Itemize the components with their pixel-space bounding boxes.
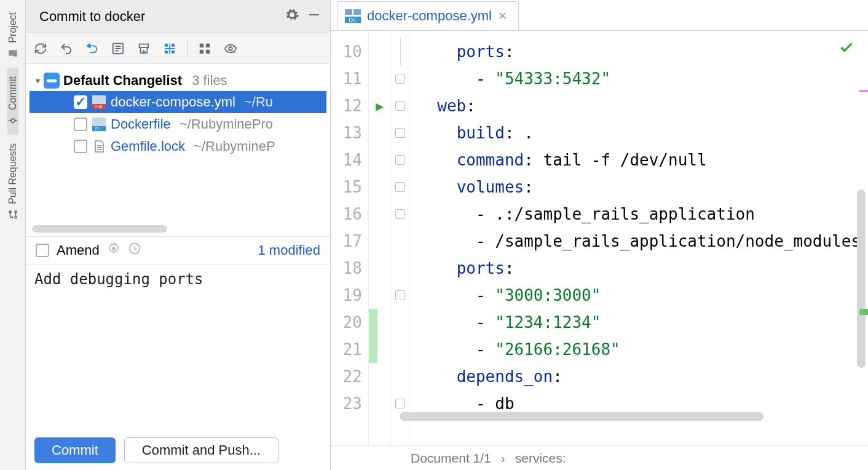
code-line[interactable]: volumes: <box>418 173 868 201</box>
fold-cell[interactable] <box>391 228 409 255</box>
fold-cell[interactable] <box>391 92 409 119</box>
fold-handle-icon[interactable] <box>395 74 405 84</box>
line-number: 21 <box>331 336 368 363</box>
minimize-icon[interactable] <box>307 7 322 26</box>
fold-cell[interactable] <box>391 173 409 201</box>
commit-message-input[interactable] <box>34 271 322 424</box>
tool-tab-project[interactable]: Project <box>7 4 18 68</box>
inspection-ok-icon[interactable] <box>838 39 854 59</box>
fold-handle-icon[interactable] <box>395 209 405 219</box>
code-line[interactable]: - "26166:26168" <box>418 336 868 363</box>
code-line[interactable]: command: tail -f /dev/null <box>418 146 868 173</box>
changelist-checkbox-indeterminate[interactable] <box>44 73 60 89</box>
folder-icon <box>7 48 18 59</box>
refresh-icon[interactable] <box>32 40 49 57</box>
code-line[interactable]: - "3000:3000" <box>418 282 868 309</box>
fold-cell[interactable] <box>391 282 409 309</box>
run-icon[interactable]: ▶ <box>376 98 384 114</box>
fold-handle-icon[interactable] <box>395 128 405 138</box>
run-gutter[interactable]: ▶ <box>369 31 391 445</box>
gutter-cell[interactable] <box>369 146 390 173</box>
fold-handle-icon[interactable] <box>395 182 405 192</box>
fold-cell[interactable] <box>391 417 409 444</box>
fold-cell[interactable] <box>391 119 409 146</box>
changelist-icon[interactable] <box>161 40 178 57</box>
vertical-scrollbar[interactable] <box>857 189 866 368</box>
fold-cell[interactable] <box>391 255 409 282</box>
gutter-cell[interactable] <box>369 282 390 309</box>
file-checkbox[interactable]: ✓ <box>74 95 87 109</box>
gutter-cell[interactable] <box>369 363 390 390</box>
code-line[interactable]: - .:/sample_rails_application <box>418 201 868 228</box>
group-by-icon[interactable] <box>196 40 213 57</box>
tool-tab-label: Pull Requests <box>7 143 18 204</box>
file-checkbox[interactable] <box>74 118 87 131</box>
breadcrumb-bar[interactable]: Document 1/1 › services: <box>331 445 868 470</box>
fold-cell[interactable] <box>391 65 409 92</box>
svg-point-6 <box>172 44 175 46</box>
code-editor[interactable]: 1011121314151617181920212223 ▶ ports: - … <box>331 31 868 445</box>
view-options-icon[interactable] <box>222 40 239 57</box>
code-line[interactable]: depends_on: <box>418 363 868 390</box>
code-line[interactable]: - "54333:5432" <box>418 65 868 92</box>
shelf-icon[interactable] <box>135 40 152 57</box>
fold-handle-icon[interactable] <box>395 290 405 300</box>
code-line[interactable]: ports: <box>418 38 868 65</box>
gutter-cell[interactable] <box>369 228 390 255</box>
change-file-row[interactable]: Gemfile.lock~/RubymineP <box>30 135 326 157</box>
change-file-row[interactable]: ✓YMLdocker-compose.yml~/Ru <box>30 91 326 113</box>
gutter-cell[interactable] <box>369 65 390 92</box>
commit-message-area <box>26 265 330 431</box>
fold-cell[interactable] <box>391 201 409 228</box>
fold-handle-icon[interactable] <box>395 155 405 165</box>
history-icon[interactable] <box>128 242 141 259</box>
gutter-cell[interactable] <box>369 38 390 65</box>
fold-cell[interactable] <box>391 363 409 390</box>
gear-icon[interactable] <box>107 242 120 259</box>
gutter-cell[interactable] <box>369 255 390 282</box>
fold-cell[interactable] <box>391 336 409 363</box>
gutter-cell[interactable] <box>369 390 390 417</box>
gear-icon[interactable] <box>285 7 299 26</box>
gutter-cell[interactable] <box>369 119 390 146</box>
error-stripe-marker[interactable] <box>859 309 868 315</box>
diff-icon[interactable] <box>109 40 127 57</box>
breadcrumb-item[interactable]: Document 1/1 <box>411 451 491 466</box>
horizontal-scrollbar[interactable] <box>32 225 167 233</box>
changes-tree[interactable]: ▾ Default Changelist 3 files ✓YMLdocker-… <box>26 64 330 236</box>
change-file-row[interactable]: DDockerfile~/RubyminePro <box>30 113 326 135</box>
fold-handle-icon[interactable] <box>395 399 405 408</box>
svg-rect-18 <box>92 126 106 131</box>
code-line[interactable]: build: . <box>418 119 868 146</box>
changelist-node[interactable]: ▾ Default Changelist 3 files <box>30 70 326 91</box>
code-line[interactable]: web: <box>418 92 868 119</box>
gutter-cell[interactable]: ▶ <box>369 92 390 119</box>
tool-tab-commit[interactable]: Commit <box>7 68 18 135</box>
error-stripe-marker[interactable] <box>859 90 868 92</box>
code-line[interactable]: - "1234:1234" <box>418 309 868 336</box>
amend-checkbox[interactable] <box>36 244 49 257</box>
editor-tab[interactable]: DC docker-compose.yml ✕ <box>337 1 519 30</box>
horizontal-scrollbar[interactable] <box>400 412 763 421</box>
code-content[interactable]: ports: - "54333:5432" web: build: . comm… <box>409 31 868 445</box>
commit-button[interactable]: Commit <box>34 437 116 463</box>
commit-and-push-button[interactable]: Commit and Push... <box>124 437 278 463</box>
code-line[interactable]: ports: <box>418 255 868 282</box>
breadcrumb-item[interactable]: services: <box>515 451 566 466</box>
modified-link[interactable]: 1 modified <box>258 242 320 258</box>
fold-cell[interactable] <box>391 309 409 336</box>
fold-gutter[interactable] <box>391 31 409 445</box>
line-number: 15 <box>331 173 368 201</box>
file-checkbox[interactable] <box>74 140 87 153</box>
close-icon[interactable]: ✕ <box>498 9 507 23</box>
tool-tab-pull-requests[interactable]: Pull Requests <box>7 135 18 229</box>
fold-handle-icon[interactable] <box>395 101 405 111</box>
file-name: Gemfile.lock <box>111 138 185 154</box>
gutter-cell[interactable] <box>369 201 390 228</box>
fold-cell[interactable] <box>391 146 409 173</box>
undo-icon[interactable] <box>58 40 75 57</box>
gutter-cell[interactable] <box>369 173 390 201</box>
code-line[interactable]: - /sample_rails_application/node_modules <box>418 228 868 255</box>
chevron-down-icon[interactable]: ▾ <box>36 76 40 86</box>
rollback-icon[interactable] <box>84 40 101 57</box>
